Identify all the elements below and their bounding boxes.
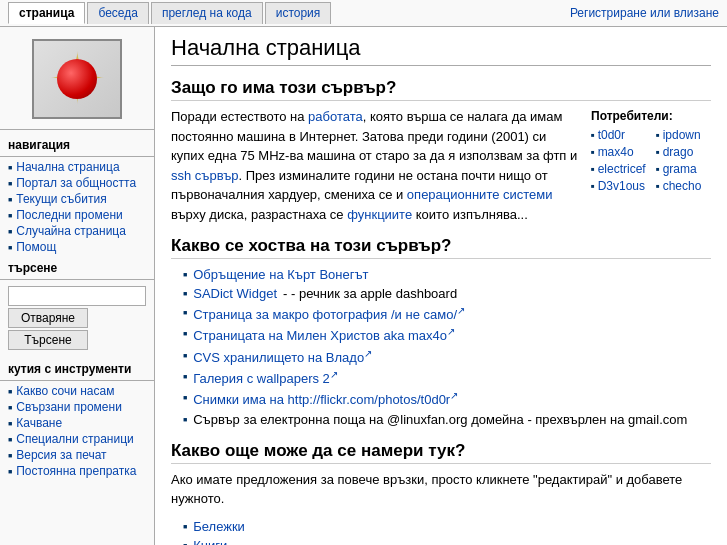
section2-list: Обръщение на Кърт Вонегът SADict Widget … <box>171 265 711 429</box>
user-grama[interactable]: grama <box>656 161 711 177</box>
list-item: Страницата на Милен Христов aka max4o <box>183 324 711 345</box>
item-link-flickr[interactable]: Снимки има на http://flickr.com/photos/t… <box>193 390 458 407</box>
login-link[interactable]: Регистриране или влизане <box>570 6 719 20</box>
item-link-kurt[interactable]: Обръщение на Кърт Вонегът <box>193 267 368 282</box>
nav-divider <box>0 129 154 130</box>
open-button[interactable]: Отваряне <box>8 308 88 328</box>
item-link-milen[interactable]: Страницата на Милен Христов aka max4o <box>193 326 455 343</box>
section3-list: Бележки Книги Отмора Всички категории <box>171 517 711 545</box>
tools-item-print[interactable]: Версия за печат <box>8 447 154 463</box>
logo-area <box>0 31 154 127</box>
list-item: Обръщение на Кърт Вонегът <box>183 265 711 284</box>
item-link-wallpapers[interactable]: Галерия с wallpapers 2 <box>193 369 338 386</box>
nav-list: Начална страница Портал за общността Тек… <box>0 159 154 255</box>
list-item: Страница за макро фотография /и не само/ <box>183 303 711 324</box>
list-item: SADict Widget - - речник за apple dashbo… <box>183 284 711 303</box>
site-logo <box>32 39 122 119</box>
section2-title: Какво се хоства на този сървър? <box>171 236 711 259</box>
users-title: Потребители: <box>591 109 711 123</box>
books-link[interactable]: Книги <box>193 538 227 545</box>
logo-ball-icon <box>57 59 97 99</box>
tab-view-source[interactable]: преглед на кода <box>151 2 263 24</box>
item-link-cvs[interactable]: CVS хранилището на Владо <box>193 348 372 365</box>
item-link-macro[interactable]: Страница за макро фотография /и не само/ <box>193 305 465 322</box>
nav-item-events[interactable]: Текущи събития <box>8 191 154 207</box>
tools-item-related[interactable]: Свързани промени <box>8 399 154 415</box>
tools-section-title: кутия с инструменти <box>0 356 154 378</box>
sidebar: навигация Начална страница Портал за общ… <box>0 27 155 545</box>
os-link[interactable]: операционните системи <box>407 187 553 202</box>
search-button[interactable]: Търсене <box>8 330 88 350</box>
user-drago[interactable]: drago <box>656 144 711 160</box>
nav-item-help[interactable]: Помощ <box>8 239 154 255</box>
list-item: Сървър за електронна поща на @linuxfan.o… <box>183 410 711 429</box>
tools-list: Какво сочи насам Свързани промени Качван… <box>0 383 154 479</box>
nav-item-home[interactable]: Начална страница <box>8 159 154 175</box>
tools-item-special[interactable]: Специални страници <box>8 431 154 447</box>
section3-intro: Ако имате предложения за повече връзки, … <box>171 470 711 509</box>
layout: навигация Начална страница Портал за общ… <box>0 27 727 545</box>
notes-link[interactable]: Бележки <box>193 519 245 534</box>
user-t0d0r[interactable]: t0d0r <box>591 127 646 143</box>
list-item: CVS хранилището на Владо <box>183 346 711 367</box>
list-item: Снимки има на http://flickr.com/photos/t… <box>183 388 711 409</box>
tabs-container: страница беседа преглед на кода история <box>8 2 331 24</box>
list-item-notes: Бележки <box>183 517 711 536</box>
tools-divider <box>0 380 154 381</box>
user-checho[interactable]: checho <box>656 178 711 194</box>
nav-item-portal[interactable]: Портал за общността <box>8 175 154 191</box>
nav-item-recent[interactable]: Последни промени <box>8 207 154 223</box>
user-d3v1ous[interactable]: D3v1ous <box>591 178 646 194</box>
search-divider <box>0 279 154 280</box>
users-grid: t0d0r ipdown max4o drago electricef gram… <box>591 127 711 194</box>
tab-history[interactable]: история <box>265 2 332 24</box>
page-title: Начална страница <box>171 35 711 66</box>
section3-title: Какво още може да се намери тук? <box>171 441 711 464</box>
search-input[interactable] <box>8 286 146 306</box>
nav-section-title: навигация <box>0 132 154 154</box>
functions-link[interactable]: функциите <box>347 207 412 222</box>
topbar: страница беседа преглед на кода история … <box>0 0 727 27</box>
item-link-sadict[interactable]: SADict Widget <box>193 286 277 301</box>
tools-item-whatlinks[interactable]: Какво сочи насам <box>8 383 154 399</box>
search-section-title: търсене <box>0 255 154 277</box>
tools-item-upload[interactable]: Качване <box>8 415 154 431</box>
list-item-books: Книги <box>183 536 711 545</box>
user-ipdown[interactable]: ipdown <box>656 127 711 143</box>
nav-item-random[interactable]: Случайна страница <box>8 223 154 239</box>
ssh-link[interactable]: ssh сървър <box>171 168 239 183</box>
search-box: Отваряне Търсене <box>0 282 154 356</box>
users-box: Потребители: t0d0r ipdown max4o drago el… <box>591 109 711 194</box>
work-link[interactable]: работата <box>308 109 363 124</box>
user-electricef[interactable]: electricef <box>591 161 646 177</box>
tools-item-permalink[interactable]: Постоянна препратка <box>8 463 154 479</box>
user-max4o[interactable]: max4o <box>591 144 646 160</box>
nav-divider2 <box>0 156 154 157</box>
tab-page[interactable]: страница <box>8 2 85 24</box>
section1-title: Защо го има този сървър? <box>171 78 711 101</box>
list-item: Галерия с wallpapers 2 <box>183 367 711 388</box>
tab-talk[interactable]: беседа <box>87 2 149 24</box>
main-content: Начална страница Защо го има този сървър… <box>155 27 727 545</box>
